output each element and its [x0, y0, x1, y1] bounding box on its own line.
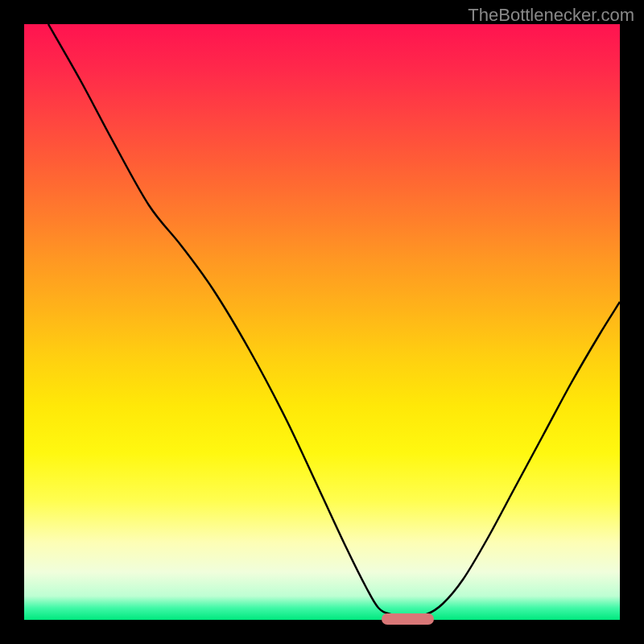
chart-plot-area [24, 24, 620, 620]
watermark-text: TheBottlenecker.com [468, 5, 634, 26]
optimal-marker-pill [382, 613, 434, 625]
bottleneck-curve [24, 24, 620, 620]
